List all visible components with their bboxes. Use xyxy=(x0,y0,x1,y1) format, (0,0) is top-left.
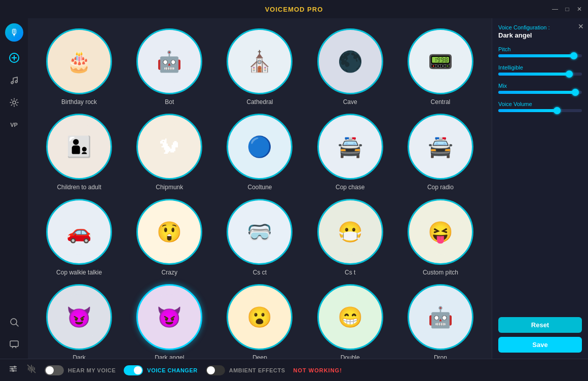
voice-name-cs-ct: Cs ct xyxy=(253,269,267,276)
voice-circle-bot: 🤖 xyxy=(136,28,202,94)
voice-icon-cs-t: 😷 xyxy=(327,209,373,255)
voice-icon-central: 📟 xyxy=(418,39,463,84)
voice-item-cooltune[interactable]: 🔵Cooltune xyxy=(218,114,301,191)
voice-circle-dark: 😈 xyxy=(46,284,112,350)
voice-icon-children-to-adult: 👨‍👦 xyxy=(56,124,102,169)
voice-item-central[interactable]: 📟Central xyxy=(399,28,482,106)
svg-point-4 xyxy=(15,81,17,83)
voice-icon-dark: 😈 xyxy=(56,294,102,340)
right-panel: ✕ Voice Configuration : Dark angel Pitch… xyxy=(492,18,588,359)
voice-item-cave[interactable]: 🌑Cave xyxy=(309,28,391,106)
hear-my-voice-label: HEAR MY VOICE xyxy=(68,367,116,373)
voice-volume-track[interactable] xyxy=(498,109,582,112)
sidebar-item-search[interactable] xyxy=(5,313,23,331)
voice-item-cs-ct[interactable]: 🥽Cs ct xyxy=(218,199,301,276)
reset-button[interactable]: Reset xyxy=(498,317,582,333)
voice-item-custom-pitch[interactable]: 😝Custom pitch xyxy=(399,199,482,276)
voice-item-cathedral[interactable]: ⛪Cathedral xyxy=(218,28,301,106)
equalizer-icon[interactable] xyxy=(8,364,18,376)
svg-point-12 xyxy=(11,368,13,370)
voice-volume-fill xyxy=(498,109,557,112)
voice-circle-custom-pitch: 😝 xyxy=(408,199,473,265)
voice-icon-cathedral: ⛪ xyxy=(237,39,282,84)
voice-name-chipmunk: Chipmunk xyxy=(156,184,183,191)
intelligible-label: Intelligible xyxy=(498,64,582,71)
voice-changer-toggle[interactable] xyxy=(124,365,143,375)
panel-config-label: Voice Configuration : xyxy=(498,24,582,30)
voice-name-dark-angel: Dark angel xyxy=(155,354,184,359)
voice-item-dron[interactable]: 🤖Dron xyxy=(399,284,482,359)
voice-item-crazy[interactable]: 😲Crazy xyxy=(128,199,210,276)
svg-point-14 xyxy=(12,370,14,372)
voice-circle-cathedral: ⛪ xyxy=(227,28,292,94)
panel-voice-name: Dark angel xyxy=(498,31,582,39)
ambient-effects-label: AMBIENT EFFECTS xyxy=(229,367,285,373)
pitch-thumb[interactable] xyxy=(570,52,577,59)
voice-circle-cop-chase: 🚔 xyxy=(317,114,383,180)
sidebar-item-chat[interactable] xyxy=(5,335,23,354)
voice-icon-cs-ct: 🥽 xyxy=(237,209,282,255)
bottom-bar: HEAR MY VOICE VOICE CHANGER AMBIENT EFFE… xyxy=(0,359,588,381)
voice-grid: 🎂Birthday rock🤖Bot⛪Cathedral🌑Cave📟Centra… xyxy=(38,28,482,359)
voice-name-dark: Dark xyxy=(72,354,85,359)
voice-name-cooltune: Cooltune xyxy=(247,184,272,191)
voice-circle-double: 😁 xyxy=(317,284,383,350)
sidebar-item-music[interactable] xyxy=(5,71,23,89)
voice-name-cop-walkie-talkie: Cop walkie talkie xyxy=(56,269,102,276)
hear-my-voice-toggle-group: HEAR MY VOICE xyxy=(45,365,116,375)
sidebar: 🎙 VP xyxy=(0,18,28,359)
voice-item-cs-t[interactable]: 😷Cs t xyxy=(309,199,391,276)
voice-item-bot[interactable]: 🤖Bot xyxy=(128,28,210,106)
app-title: VOICEMOD PRO xyxy=(265,6,323,13)
mix-thumb[interactable] xyxy=(572,89,579,96)
maximize-button[interactable]: □ xyxy=(563,5,572,14)
voice-item-cop-walkie-talkie[interactable]: 🚗Cop walkie talkie xyxy=(38,199,120,276)
save-button[interactable]: Save xyxy=(498,337,582,353)
pitch-track[interactable] xyxy=(498,54,582,57)
close-button[interactable]: ✕ xyxy=(575,5,584,14)
voice-icon-chipmunk: 🐿 xyxy=(146,124,192,169)
voice-icon-cave: 🌑 xyxy=(327,39,373,84)
intelligible-slider-section: Intelligible xyxy=(498,64,582,76)
hear-my-voice-toggle[interactable] xyxy=(45,365,64,375)
voice-circle-central: 📟 xyxy=(408,28,473,94)
sidebar-item-vp[interactable]: VP xyxy=(5,116,23,134)
pitch-label: Pitch xyxy=(498,46,582,52)
pitch-slider-section: Pitch xyxy=(498,46,582,57)
voice-volume-thumb[interactable] xyxy=(554,107,561,114)
minimize-button[interactable]: — xyxy=(550,5,560,14)
mute-icon[interactable] xyxy=(26,364,36,376)
ambient-effects-knob xyxy=(207,366,215,374)
voice-changer-label: VOICE CHANGER xyxy=(147,367,197,373)
voice-item-deep[interactable]: 😮Deep xyxy=(218,284,301,359)
voice-item-dark-angel[interactable]: 😈Dark angel xyxy=(128,284,210,359)
voice-item-cop-radio[interactable]: 🚔Cop radio xyxy=(399,114,482,191)
voice-circle-cooltune: 🔵 xyxy=(227,114,292,180)
voice-icon-dark-angel: 😈 xyxy=(146,294,192,340)
voice-name-cathedral: Cathedral xyxy=(246,98,273,106)
voice-item-dark[interactable]: 😈Dark xyxy=(38,284,120,359)
sidebar-item-add-effect[interactable] xyxy=(5,49,23,67)
voice-item-cop-chase[interactable]: 🚔Cop chase xyxy=(309,114,391,191)
voice-grid-container[interactable]: 🎂Birthday rock🤖Bot⛪Cathedral🌑Cave📟Centra… xyxy=(28,18,492,359)
pitch-fill xyxy=(498,54,574,57)
panel-close-button[interactable]: ✕ xyxy=(578,22,584,30)
voice-circle-cave: 🌑 xyxy=(317,28,383,94)
voice-name-central: Central xyxy=(431,98,451,106)
intelligible-track[interactable] xyxy=(498,73,582,76)
intelligible-thumb[interactable] xyxy=(566,71,573,78)
voice-icon-cop-walkie-talkie: 🚗 xyxy=(56,209,102,255)
mix-track[interactable] xyxy=(498,91,582,94)
voice-item-chipmunk[interactable]: 🐿Chipmunk xyxy=(128,114,210,191)
voice-icon-crazy: 😲 xyxy=(146,209,192,255)
voice-name-double: Double xyxy=(341,354,360,359)
voice-icon-custom-pitch: 😝 xyxy=(418,209,463,255)
ambient-effects-toggle[interactable] xyxy=(206,365,225,375)
voice-item-children-to-adult[interactable]: 👨‍👦Children to adult xyxy=(38,114,120,191)
voice-item-double[interactable]: 😁Double xyxy=(309,284,391,359)
sidebar-item-settings[interactable] xyxy=(5,93,23,112)
hear-my-voice-knob xyxy=(46,366,54,374)
voice-icon-cop-radio: 🚔 xyxy=(418,124,463,169)
voice-item-birthday-rock[interactable]: 🎂Birthday rock xyxy=(38,28,120,106)
mix-fill xyxy=(498,91,575,94)
